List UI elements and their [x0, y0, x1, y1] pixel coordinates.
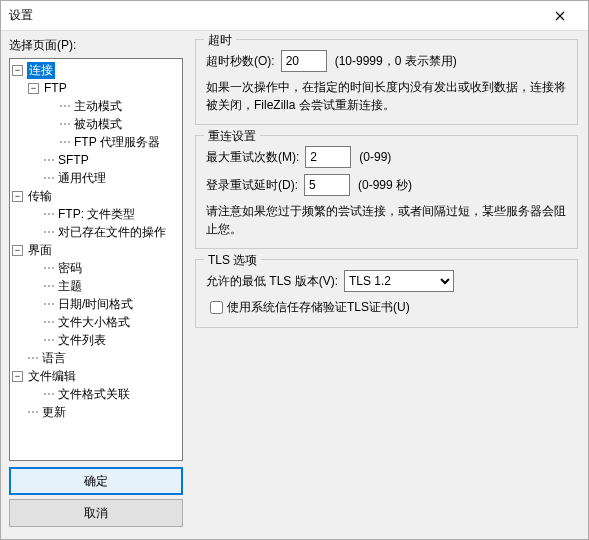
max-retry-hint: (0-99) [359, 150, 391, 164]
tree-node-password[interactable]: ⋯密码 [26, 259, 182, 277]
tree-node-ftp-proxy[interactable]: ⋯FTP 代理服务器 [42, 133, 182, 151]
tree-node-active[interactable]: ⋯主动模式 [42, 97, 182, 115]
page-tree[interactable]: − 连接 − FTP ⋯主动模式 ⋯被动模式 [9, 58, 183, 461]
collapse-icon[interactable]: − [12, 245, 23, 256]
retry-delay-input[interactable] [304, 174, 350, 196]
timeout-seconds-label: 超时秒数(O): [206, 53, 275, 70]
group-timeout-title: 超时 [204, 32, 236, 49]
collapse-icon[interactable]: − [12, 191, 23, 202]
reconnect-desc: 请注意如果您过于频繁的尝试连接，或者间隔过短，某些服务器会阻止您。 [206, 202, 567, 238]
tree-node-interface[interactable]: − 界面 [10, 241, 182, 259]
titlebar: 设置 [1, 1, 588, 31]
tree-node-filetypes[interactable]: ⋯FTP: 文件类型 [26, 205, 182, 223]
retry-delay-hint: (0-999 秒) [358, 177, 412, 194]
max-retry-label: 最大重试次数(M): [206, 149, 299, 166]
tree-node-passive[interactable]: ⋯被动模式 [42, 115, 182, 133]
tree-node-connection[interactable]: − 连接 [10, 61, 182, 79]
tree-node-filelist[interactable]: ⋯文件列表 [26, 331, 182, 349]
tree-node-datetime[interactable]: ⋯日期/时间格式 [26, 295, 182, 313]
tree-node-sftp[interactable]: ⋯SFTP [26, 151, 182, 169]
close-icon [555, 11, 565, 21]
tls-trust-label: 使用系统信任存储验证TLS证书(U) [227, 299, 410, 316]
tree-node-transfer[interactable]: − 传输 [10, 187, 182, 205]
tree-node-assoc[interactable]: ⋯文件格式关联 [26, 385, 182, 403]
group-tls-title: TLS 选项 [204, 252, 261, 269]
tree-node-ftp[interactable]: − FTP [26, 79, 182, 97]
tls-min-label: 允许的最低 TLS 版本(V): [206, 273, 338, 290]
right-panel: 超时 超时秒数(O): (10-9999，0 表示禁用) 如果一次操作中，在指定… [191, 31, 588, 539]
tree-node-generic-proxy[interactable]: ⋯通用代理 [26, 169, 182, 187]
select-page-label: 选择页面(P): [9, 37, 183, 54]
timeout-seconds-hint: (10-9999，0 表示禁用) [335, 53, 457, 70]
cancel-button[interactable]: 取消 [9, 499, 183, 527]
window-title: 设置 [9, 7, 540, 24]
retry-delay-label: 登录重试延时(D): [206, 177, 298, 194]
collapse-icon[interactable]: − [28, 83, 39, 94]
settings-window: 设置 选择页面(P): − 连接 − [0, 0, 589, 540]
tree-node-theme[interactable]: ⋯主题 [26, 277, 182, 295]
tls-min-select[interactable]: TLS 1.2 [344, 270, 454, 292]
close-button[interactable] [540, 1, 580, 31]
timeout-seconds-input[interactable] [281, 50, 327, 72]
group-tls: TLS 选项 允许的最低 TLS 版本(V): TLS 1.2 使用系统信任存储… [195, 259, 578, 328]
collapse-icon[interactable]: − [12, 65, 23, 76]
tree-node-language[interactable]: ⋯语言 [10, 349, 182, 367]
tree-node-filesize[interactable]: ⋯文件大小格式 [26, 313, 182, 331]
group-reconnect: 重连设置 最大重试次数(M): (0-99) 登录重试延时(D): (0-999… [195, 135, 578, 249]
tree-node-existing[interactable]: ⋯对已存在文件的操作 [26, 223, 182, 241]
group-timeout: 超时 超时秒数(O): (10-9999，0 表示禁用) 如果一次操作中，在指定… [195, 39, 578, 125]
group-reconnect-title: 重连设置 [204, 128, 260, 145]
timeout-desc: 如果一次操作中，在指定的时间长度内没有发出或收到数据，连接将被关闭，FileZi… [206, 78, 567, 114]
collapse-icon[interactable]: − [12, 371, 23, 382]
ok-button[interactable]: 确定 [9, 467, 183, 495]
tree-node-update[interactable]: ⋯更新 [10, 403, 182, 421]
left-panel: 选择页面(P): − 连接 − FTP [1, 31, 191, 539]
tree-node-fileedit[interactable]: − 文件编辑 [10, 367, 182, 385]
tls-trust-checkbox[interactable] [210, 301, 223, 314]
max-retry-input[interactable] [305, 146, 351, 168]
